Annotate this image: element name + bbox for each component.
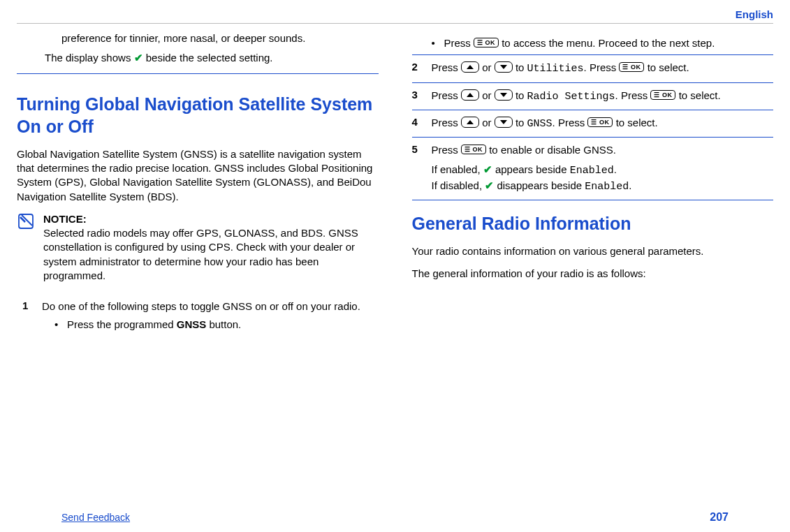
- page-number: 207: [710, 511, 729, 524]
- display-shows-post: beside the selected setting.: [143, 52, 273, 64]
- up-arrow-icon: [461, 89, 479, 101]
- top-bullet-wrap: Press ☰ OK to access the menu. Proceed t…: [432, 36, 774, 50]
- step-1-bullet-post: button.: [206, 318, 241, 330]
- s2-a: Press: [432, 61, 462, 73]
- step-5: 5 Press ☰ OK to enable or disable GNSS. …: [412, 137, 774, 200]
- up-arrow-icon: [461, 61, 479, 73]
- s5r2c: Enabled: [585, 181, 629, 193]
- content-area: preference for tinnier, more nasal, or d…: [17, 24, 773, 338]
- step-1-text: Do one of the following steps to toggle …: [42, 300, 360, 312]
- ok-button-icon: ☰ OK: [619, 62, 644, 72]
- step-1-number: 1: [22, 300, 32, 311]
- step-1-bullet-bold: GNSS: [177, 318, 207, 330]
- s5-a: Press: [432, 144, 462, 156]
- s2-e: to select.: [648, 61, 689, 73]
- s4-d: . Press: [553, 117, 588, 128]
- heading-general-radio: General Radio Information: [412, 213, 774, 235]
- step-1-bullet-pre: Press the programmed: [67, 318, 177, 330]
- step-1-body: Do one of the following steps to toggle …: [42, 300, 379, 332]
- s5r1a: If enabled,: [432, 163, 483, 175]
- s5r1b: appears beside: [492, 163, 570, 175]
- header-language: English: [17, 8, 773, 24]
- display-shows-pre: The display shows: [45, 52, 134, 64]
- s5-b: to enable or disable GNSS.: [489, 144, 616, 156]
- ok-button-icon: ☰ OK: [587, 117, 613, 127]
- s5r2a: If disabled,: [432, 179, 485, 191]
- step-3-number: 3: [412, 89, 422, 101]
- ok-button-icon: ☰ OK: [461, 145, 486, 154]
- step-4: 4 Press or to GNSS. Press ☰ OK to select…: [412, 110, 774, 137]
- s5r1c: Enabled: [570, 165, 614, 177]
- s5r1d: .: [614, 163, 617, 175]
- s5r2b: disappears beside: [494, 179, 585, 191]
- step-5-number: 5: [412, 143, 422, 155]
- s3-code: Radio Settings: [527, 91, 615, 103]
- s3-d: . Press: [615, 89, 651, 101]
- notice-text: Selected radio models may offer GPS, GLO…: [43, 227, 358, 281]
- gri-p1: Your radio contains information on vario…: [412, 244, 774, 258]
- pref-continuation: preference for tinnier, more nasal, or d…: [61, 32, 379, 44]
- svg-rect-0: [19, 214, 33, 228]
- ok-button-icon: ☰ OK: [650, 90, 675, 100]
- notice-box: NOTICE: Selected radio models may offer …: [17, 212, 379, 283]
- s4-code: GNSS: [527, 118, 553, 130]
- step-3-body: Press or to Radio Settings. Press ☰ OK t…: [432, 89, 774, 104]
- s4-a: Press: [432, 117, 462, 128]
- down-arrow-icon: [495, 117, 513, 128]
- top-bullet-pre: Press: [444, 37, 474, 49]
- ok-button-icon: ☰ OK: [474, 38, 499, 47]
- s2-d: . Press: [584, 61, 620, 73]
- s4-c: to: [515, 117, 527, 128]
- check-icon: ✔: [485, 179, 494, 191]
- s3-b: or: [482, 89, 495, 101]
- footer: Send Feedback 207: [17, 511, 773, 524]
- right-column: Press ☰ OK to access the menu. Proceed t…: [412, 32, 774, 338]
- check-icon: ✔: [483, 163, 492, 175]
- send-feedback-link[interactable]: Send Feedback: [61, 512, 130, 523]
- notice-icon: [17, 212, 35, 232]
- step-4-body: Press or to GNSS. Press ☰ OK to select.: [432, 116, 774, 131]
- gnss-intro: Global Navigation Satellite System (GNSS…: [17, 147, 379, 204]
- s2-c: to: [515, 61, 527, 73]
- s4-b: or: [482, 117, 495, 128]
- notice-body: NOTICE: Selected radio models may offer …: [43, 212, 379, 283]
- top-bullet-post: to access the menu. Proceed to the next …: [502, 37, 715, 49]
- s4-e: to select.: [616, 117, 658, 128]
- notice-title: NOTICE:: [43, 212, 379, 226]
- left-column: preference for tinnier, more nasal, or d…: [17, 32, 379, 338]
- step-1: 1 Do one of the following steps to toggl…: [22, 294, 379, 338]
- step-1-bullet: Press the programmed GNSS button.: [54, 318, 379, 332]
- display-shows-line: The display shows ✔ beside the selected …: [45, 51, 379, 65]
- s2-code: Utilities: [527, 63, 584, 75]
- s2-b: or: [482, 61, 495, 73]
- divider: [17, 73, 379, 74]
- gri-p2: The general information of your radio is…: [412, 267, 774, 281]
- s3-a: Press: [432, 89, 462, 101]
- end-divider: [412, 200, 774, 200]
- down-arrow-icon: [495, 89, 513, 101]
- check-icon: ✔: [134, 52, 143, 64]
- s3-e: to select.: [679, 89, 721, 101]
- down-arrow-icon: [495, 61, 513, 73]
- s3-c: to: [515, 89, 527, 101]
- step-4-number: 4: [412, 116, 422, 128]
- step-2-body: Press or to Utilities. Press ☰ OK to sel…: [432, 61, 774, 76]
- step-2: 2 Press or to Utilities. Press ☰ OK to s…: [412, 54, 774, 82]
- step-2-number: 2: [412, 61, 422, 73]
- step-3: 3 Press or to Radio Settings. Press ☰ OK…: [412, 82, 774, 110]
- up-arrow-icon: [461, 117, 479, 128]
- top-bullet: Press ☰ OK to access the menu. Proceed t…: [432, 36, 774, 50]
- s5r2d: .: [629, 179, 631, 191]
- step-5-body: Press ☰ OK to enable or disable GNSS. If…: [432, 143, 774, 194]
- heading-gnss: Turning Global Navigation Satellite Syst…: [17, 94, 379, 138]
- step-5-result: If enabled, ✔ appears beside Enabled. If…: [432, 163, 774, 194]
